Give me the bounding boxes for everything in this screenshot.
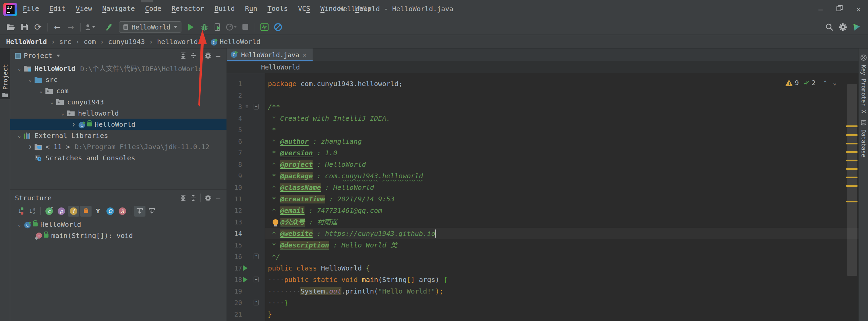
run-coverage-icon[interactable] xyxy=(212,21,224,33)
project-row-externallibraries[interactable]: ⌄ External Libraries xyxy=(10,130,226,141)
fold-marker-icon[interactable]: ⌃ xyxy=(254,300,259,305)
chevron-down-icon[interactable]: ⌄ xyxy=(37,88,45,94)
doc-render-toggle-icon[interactable]: ≣ xyxy=(245,104,252,109)
menu-item-run[interactable]: Run xyxy=(240,0,262,13)
code-line[interactable]: 14 * @website : https://cunyu1943.github… xyxy=(226,228,859,239)
run-line-icon[interactable] xyxy=(243,265,248,271)
menu-item-edit[interactable]: Edit xyxy=(44,0,71,13)
code-line[interactable]: 12 * @email : 747731461@qq.com xyxy=(226,205,859,216)
restore-button[interactable] xyxy=(830,0,849,19)
project-row-helloworld[interactable]: ❯ C HelloWorld xyxy=(10,119,226,130)
intention-bulb-icon[interactable] xyxy=(273,219,278,225)
menu-item-file[interactable]: File xyxy=(18,0,44,13)
run-configuration-combo[interactable]: HelloWorld xyxy=(119,21,181,33)
close-button[interactable]: ✕ xyxy=(849,0,868,19)
panel-settings-gear-icon[interactable] xyxy=(203,193,213,203)
code-line[interactable]: 18−····public static void main(String[] … xyxy=(226,274,859,285)
code-area[interactable]: 1package com.cunyu1943.helloworld;23−≣/*… xyxy=(226,73,859,321)
code-line[interactable]: 8 * @project : HelloWorld xyxy=(226,159,859,170)
hide-panel-icon[interactable]: — xyxy=(213,51,223,61)
show-properties-icon[interactable]: p xyxy=(56,206,67,217)
open-icon[interactable] xyxy=(5,21,17,33)
forward-icon[interactable]: → xyxy=(65,21,77,33)
chevron-down-icon[interactable]: ⌄ xyxy=(15,133,24,139)
activity-plugin-icon[interactable] xyxy=(259,21,270,33)
editor-breadcrumb[interactable]: HelloWorld xyxy=(226,61,859,73)
minimize-button[interactable]: — xyxy=(811,0,830,19)
show-anonymous-icon[interactable]: Y xyxy=(92,206,104,217)
chevron-down-icon[interactable]: ⌄ xyxy=(47,99,56,105)
menu-item-build[interactable]: Build xyxy=(209,0,240,13)
show-lambdas-icon[interactable]: λ xyxy=(117,206,128,217)
collapse-all-icon[interactable] xyxy=(188,193,198,203)
inspections-widget[interactable]: 9 ✓✓ 2 ⌃ ⌄ xyxy=(785,79,840,87)
autoscroll-from-source-icon[interactable] xyxy=(146,206,158,217)
project-row-cunyu1943[interactable]: ⌄ cunyu1943 xyxy=(10,96,226,107)
chevron-down-icon[interactable]: ⌄ xyxy=(15,65,24,72)
warning-stripe-mark[interactable] xyxy=(846,160,857,161)
stop-icon[interactable] xyxy=(239,21,251,33)
show-non-public-icon[interactable] xyxy=(80,206,92,217)
structure-row-mainstringvoid[interactable]: m main(String[]): void xyxy=(10,230,226,241)
block-plugin-icon[interactable] xyxy=(272,21,284,33)
keypromoter-stripe-tab[interactable]: Key Promoter X xyxy=(859,55,868,113)
menu-item-refactor[interactable]: Refactor xyxy=(166,0,209,13)
menu-item-navigate[interactable]: Navigate xyxy=(97,0,140,13)
warning-stripe-mark[interactable] xyxy=(846,177,857,178)
tab-helloworld-java[interactable]: C HelloWorld.java × xyxy=(227,48,313,61)
chevron-down-icon[interactable] xyxy=(57,55,60,57)
settings-gear-icon[interactable] xyxy=(837,21,849,33)
breadcrumb-item-helloworld[interactable]: helloworld xyxy=(157,38,198,46)
warning-stripe-mark[interactable] xyxy=(846,201,857,202)
run-line-icon[interactable] xyxy=(243,277,248,283)
project-stripe-tab[interactable]: Project xyxy=(0,48,10,99)
synchronize-icon[interactable]: ⟳ xyxy=(32,21,44,33)
menu-item-tools[interactable]: Tools xyxy=(262,0,293,13)
warning-stripe-mark[interactable] xyxy=(846,134,857,136)
menu-item-vcs[interactable]: VCS xyxy=(293,0,315,13)
code-line[interactable]: 20⌃····} xyxy=(226,297,859,308)
scrollbar-thumb[interactable] xyxy=(847,84,857,276)
warning-stripe-mark[interactable] xyxy=(846,185,857,187)
search-everywhere-icon[interactable] xyxy=(824,21,835,33)
save-all-icon[interactable] xyxy=(19,21,30,33)
back-icon[interactable]: ← xyxy=(52,21,63,33)
breadcrumb-item-com[interactable]: com xyxy=(84,38,96,46)
prev-problem-arrow[interactable]: ⌃ xyxy=(824,79,827,86)
autoscroll-to-source-icon[interactable] xyxy=(134,206,145,217)
code-line[interactable]: 15 * @description : Hello World 类 xyxy=(226,239,859,251)
code-line[interactable]: 13 @公众号 : 村雨遥 xyxy=(226,216,859,228)
expand-all-icon[interactable] xyxy=(178,51,188,61)
warning-stripe-mark[interactable] xyxy=(846,125,857,127)
code-line[interactable]: 17public class HelloWorld { xyxy=(226,262,859,274)
sort-alpha-icon[interactable]: ↓az xyxy=(26,206,38,217)
code-line[interactable]: 1package com.cunyu1943.helloworld; xyxy=(226,78,859,89)
warning-stripe-mark[interactable] xyxy=(846,143,857,144)
code-line[interactable]: 2 xyxy=(226,89,859,101)
code-line[interactable]: 16⌃ */ xyxy=(226,251,859,262)
code-line[interactable]: 11 * @createTime : 2021/9/14 9:53 xyxy=(226,193,859,205)
code-line[interactable]: 3−≣/** xyxy=(226,101,859,113)
code-line[interactable]: 7 * @version : 1.0 xyxy=(226,147,859,159)
build-hammer-icon[interactable] xyxy=(104,21,115,33)
sort-by-visibility-icon[interactable]: ↓ xyxy=(14,206,25,217)
structure-row-helloworld[interactable]: ⌄ C HelloWorld xyxy=(10,219,226,230)
fold-marker-icon[interactable]: ⌃ xyxy=(254,254,259,259)
chevron-down-icon[interactable]: ⌄ xyxy=(26,77,35,83)
code-line[interactable]: 4 * Created with IntelliJ IDEA. xyxy=(226,113,859,124)
chevron-down-icon[interactable]: ⌄ xyxy=(58,110,67,116)
show-inherited-icon[interactable]: c↑ xyxy=(43,206,55,217)
database-stripe-tab[interactable]: Database xyxy=(859,119,868,157)
project-row-11[interactable]: ❯ < 11 >D:\Program Files\Java\jdk-11.0.1… xyxy=(10,141,226,152)
show-fields-icon[interactable]: f xyxy=(68,206,79,217)
fold-marker-icon[interactable]: − xyxy=(254,277,259,282)
code-line[interactable]: 5 * xyxy=(226,124,859,136)
project-row-helloworld[interactable]: ⌄ HelloWorldD:\个人文件\代码\IDEA\HelloWorld xyxy=(10,63,226,74)
warning-stripe-mark[interactable] xyxy=(846,168,857,170)
menu-item-code[interactable]: Code xyxy=(140,0,166,13)
breadcrumb-item-helloworld[interactable]: HelloWorld xyxy=(220,38,260,46)
project-row-src[interactable]: ⌄ src xyxy=(10,74,226,85)
breadcrumb-item-cunyu1943[interactable]: cunyu1943 xyxy=(108,38,145,46)
code-line[interactable]: 10 * @className : HelloWorld xyxy=(226,182,859,193)
chevron-right-icon[interactable]: ❯ xyxy=(69,121,78,127)
